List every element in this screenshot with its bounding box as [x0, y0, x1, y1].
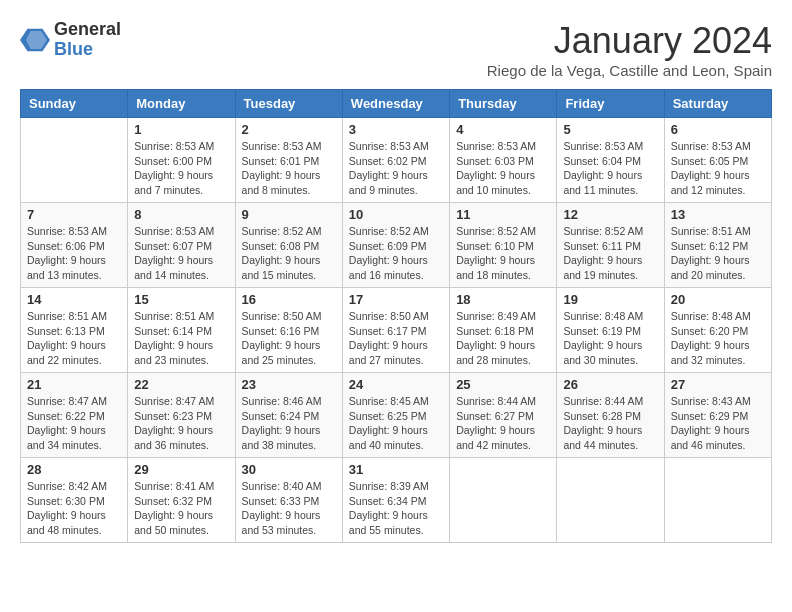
day-number: 29 [134, 462, 228, 477]
day-info: Sunrise: 8:53 AM Sunset: 6:06 PM Dayligh… [27, 224, 121, 283]
day-info: Sunrise: 8:48 AM Sunset: 6:19 PM Dayligh… [563, 309, 657, 368]
calendar-title: January 2024 [487, 20, 772, 62]
day-number: 31 [349, 462, 443, 477]
calendar-cell: 2Sunrise: 8:53 AM Sunset: 6:01 PM Daylig… [235, 118, 342, 203]
day-number: 25 [456, 377, 550, 392]
day-info: Sunrise: 8:52 AM Sunset: 6:11 PM Dayligh… [563, 224, 657, 283]
day-number: 19 [563, 292, 657, 307]
day-info: Sunrise: 8:42 AM Sunset: 6:30 PM Dayligh… [27, 479, 121, 538]
calendar-cell: 22Sunrise: 8:47 AM Sunset: 6:23 PM Dayli… [128, 373, 235, 458]
day-number: 18 [456, 292, 550, 307]
weekday-header-friday: Friday [557, 90, 664, 118]
weekday-header-tuesday: Tuesday [235, 90, 342, 118]
day-info: Sunrise: 8:52 AM Sunset: 6:08 PM Dayligh… [242, 224, 336, 283]
calendar-cell: 7Sunrise: 8:53 AM Sunset: 6:06 PM Daylig… [21, 203, 128, 288]
page-header: General Blue January 2024 Riego de la Ve… [20, 20, 772, 79]
day-number: 12 [563, 207, 657, 222]
day-number: 20 [671, 292, 765, 307]
weekday-header-saturday: Saturday [664, 90, 771, 118]
calendar-cell: 12Sunrise: 8:52 AM Sunset: 6:11 PM Dayli… [557, 203, 664, 288]
calendar-cell: 21Sunrise: 8:47 AM Sunset: 6:22 PM Dayli… [21, 373, 128, 458]
day-number: 21 [27, 377, 121, 392]
calendar-cell: 17Sunrise: 8:50 AM Sunset: 6:17 PM Dayli… [342, 288, 449, 373]
day-number: 4 [456, 122, 550, 137]
calendar-cell: 19Sunrise: 8:48 AM Sunset: 6:19 PM Dayli… [557, 288, 664, 373]
day-info: Sunrise: 8:47 AM Sunset: 6:22 PM Dayligh… [27, 394, 121, 453]
calendar-week-row: 1Sunrise: 8:53 AM Sunset: 6:00 PM Daylig… [21, 118, 772, 203]
calendar-cell: 13Sunrise: 8:51 AM Sunset: 6:12 PM Dayli… [664, 203, 771, 288]
calendar-cell: 1Sunrise: 8:53 AM Sunset: 6:00 PM Daylig… [128, 118, 235, 203]
calendar-cell: 29Sunrise: 8:41 AM Sunset: 6:32 PM Dayli… [128, 458, 235, 543]
calendar-cell [557, 458, 664, 543]
day-info: Sunrise: 8:39 AM Sunset: 6:34 PM Dayligh… [349, 479, 443, 538]
day-number: 6 [671, 122, 765, 137]
day-info: Sunrise: 8:53 AM Sunset: 6:04 PM Dayligh… [563, 139, 657, 198]
calendar-cell: 24Sunrise: 8:45 AM Sunset: 6:25 PM Dayli… [342, 373, 449, 458]
day-info: Sunrise: 8:47 AM Sunset: 6:23 PM Dayligh… [134, 394, 228, 453]
calendar-week-row: 28Sunrise: 8:42 AM Sunset: 6:30 PM Dayli… [21, 458, 772, 543]
day-info: Sunrise: 8:52 AM Sunset: 6:10 PM Dayligh… [456, 224, 550, 283]
day-info: Sunrise: 8:50 AM Sunset: 6:17 PM Dayligh… [349, 309, 443, 368]
calendar-body: 1Sunrise: 8:53 AM Sunset: 6:00 PM Daylig… [21, 118, 772, 543]
day-info: Sunrise: 8:44 AM Sunset: 6:27 PM Dayligh… [456, 394, 550, 453]
calendar-cell [450, 458, 557, 543]
logo-icon [20, 25, 50, 55]
day-number: 17 [349, 292, 443, 307]
calendar-cell: 16Sunrise: 8:50 AM Sunset: 6:16 PM Dayli… [235, 288, 342, 373]
weekday-header-row: SundayMondayTuesdayWednesdayThursdayFrid… [21, 90, 772, 118]
day-number: 11 [456, 207, 550, 222]
calendar-cell: 14Sunrise: 8:51 AM Sunset: 6:13 PM Dayli… [21, 288, 128, 373]
calendar-cell: 30Sunrise: 8:40 AM Sunset: 6:33 PM Dayli… [235, 458, 342, 543]
calendar-cell: 8Sunrise: 8:53 AM Sunset: 6:07 PM Daylig… [128, 203, 235, 288]
calendar-cell: 25Sunrise: 8:44 AM Sunset: 6:27 PM Dayli… [450, 373, 557, 458]
calendar-cell: 9Sunrise: 8:52 AM Sunset: 6:08 PM Daylig… [235, 203, 342, 288]
weekday-header-monday: Monday [128, 90, 235, 118]
logo-general-text: General [54, 20, 121, 40]
day-number: 15 [134, 292, 228, 307]
day-number: 5 [563, 122, 657, 137]
calendar-cell: 6Sunrise: 8:53 AM Sunset: 6:05 PM Daylig… [664, 118, 771, 203]
day-info: Sunrise: 8:46 AM Sunset: 6:24 PM Dayligh… [242, 394, 336, 453]
day-info: Sunrise: 8:51 AM Sunset: 6:14 PM Dayligh… [134, 309, 228, 368]
day-info: Sunrise: 8:53 AM Sunset: 6:00 PM Dayligh… [134, 139, 228, 198]
day-number: 10 [349, 207, 443, 222]
title-section: January 2024 Riego de la Vega, Castille … [487, 20, 772, 79]
logo-blue-text: Blue [54, 40, 121, 60]
calendar-cell: 23Sunrise: 8:46 AM Sunset: 6:24 PM Dayli… [235, 373, 342, 458]
day-number: 24 [349, 377, 443, 392]
calendar-cell: 10Sunrise: 8:52 AM Sunset: 6:09 PM Dayli… [342, 203, 449, 288]
calendar-cell [21, 118, 128, 203]
day-number: 14 [27, 292, 121, 307]
day-info: Sunrise: 8:52 AM Sunset: 6:09 PM Dayligh… [349, 224, 443, 283]
day-number: 30 [242, 462, 336, 477]
day-number: 8 [134, 207, 228, 222]
day-number: 13 [671, 207, 765, 222]
day-info: Sunrise: 8:53 AM Sunset: 6:03 PM Dayligh… [456, 139, 550, 198]
calendar-subtitle: Riego de la Vega, Castille and Leon, Spa… [487, 62, 772, 79]
day-info: Sunrise: 8:41 AM Sunset: 6:32 PM Dayligh… [134, 479, 228, 538]
day-number: 27 [671, 377, 765, 392]
calendar-cell: 18Sunrise: 8:49 AM Sunset: 6:18 PM Dayli… [450, 288, 557, 373]
day-number: 2 [242, 122, 336, 137]
calendar-cell: 31Sunrise: 8:39 AM Sunset: 6:34 PM Dayli… [342, 458, 449, 543]
day-info: Sunrise: 8:40 AM Sunset: 6:33 PM Dayligh… [242, 479, 336, 538]
calendar-cell: 4Sunrise: 8:53 AM Sunset: 6:03 PM Daylig… [450, 118, 557, 203]
day-info: Sunrise: 8:45 AM Sunset: 6:25 PM Dayligh… [349, 394, 443, 453]
day-number: 1 [134, 122, 228, 137]
day-number: 16 [242, 292, 336, 307]
day-number: 26 [563, 377, 657, 392]
calendar-week-row: 14Sunrise: 8:51 AM Sunset: 6:13 PM Dayli… [21, 288, 772, 373]
calendar-cell: 11Sunrise: 8:52 AM Sunset: 6:10 PM Dayli… [450, 203, 557, 288]
day-info: Sunrise: 8:48 AM Sunset: 6:20 PM Dayligh… [671, 309, 765, 368]
day-info: Sunrise: 8:49 AM Sunset: 6:18 PM Dayligh… [456, 309, 550, 368]
day-number: 22 [134, 377, 228, 392]
day-info: Sunrise: 8:53 AM Sunset: 6:01 PM Dayligh… [242, 139, 336, 198]
calendar-table: SundayMondayTuesdayWednesdayThursdayFrid… [20, 89, 772, 543]
calendar-cell [664, 458, 771, 543]
calendar-week-row: 21Sunrise: 8:47 AM Sunset: 6:22 PM Dayli… [21, 373, 772, 458]
logo: General Blue [20, 20, 121, 60]
calendar-cell: 15Sunrise: 8:51 AM Sunset: 6:14 PM Dayli… [128, 288, 235, 373]
day-number: 28 [27, 462, 121, 477]
day-info: Sunrise: 8:51 AM Sunset: 6:13 PM Dayligh… [27, 309, 121, 368]
day-info: Sunrise: 8:51 AM Sunset: 6:12 PM Dayligh… [671, 224, 765, 283]
